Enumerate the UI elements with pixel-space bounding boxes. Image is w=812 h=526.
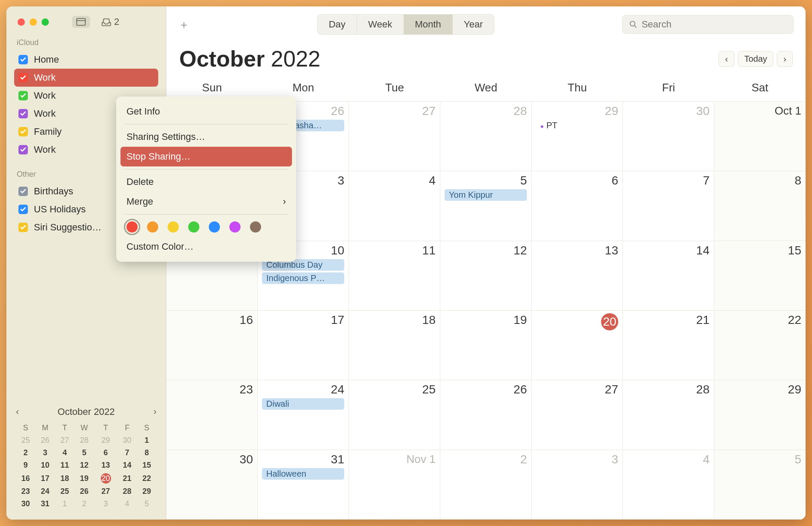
day-cell[interactable]: 7 <box>623 171 714 241</box>
day-cell[interactable]: 3 <box>532 450 623 520</box>
mini-day[interactable]: 5 <box>137 498 156 510</box>
search-field[interactable] <box>622 15 794 34</box>
day-cell[interactable]: 21 <box>623 311 714 380</box>
day-cell[interactable]: 19 <box>440 311 532 380</box>
mini-day[interactable]: 16 <box>16 472 36 485</box>
mini-day[interactable]: 23 <box>16 485 36 498</box>
mini-day[interactable]: 3 <box>94 498 117 510</box>
day-cell[interactable]: 17 <box>258 311 349 380</box>
day-cell[interactable]: 4 <box>623 450 714 520</box>
event-dot[interactable]: PT <box>536 120 618 131</box>
day-cell[interactable]: 30 <box>623 102 714 171</box>
mini-day[interactable]: 22 <box>137 472 156 485</box>
mini-day[interactable]: 31 <box>36 498 55 510</box>
day-cell[interactable]: Nov 1 <box>349 450 440 520</box>
day-cell[interactable]: 5 <box>714 450 806 520</box>
calendar-checkbox[interactable] <box>18 109 28 118</box>
mini-day[interactable]: 2 <box>75 498 94 510</box>
mini-next-button[interactable]: › <box>153 406 156 417</box>
day-cell[interactable]: 20 <box>532 311 623 380</box>
day-cell[interactable]: 22 <box>714 311 806 380</box>
color-swatch[interactable] <box>168 221 179 233</box>
day-cell[interactable]: 15 <box>714 241 806 311</box>
day-cell[interactable]: 28 <box>440 102 532 171</box>
mini-day[interactable]: 28 <box>117 485 137 498</box>
mini-day[interactable]: 6 <box>94 447 117 459</box>
mini-day[interactable]: 26 <box>36 434 55 447</box>
mini-day[interactable]: 17 <box>36 472 55 485</box>
mini-day[interactable]: 8 <box>137 447 156 459</box>
mini-day[interactable]: 30 <box>117 434 137 447</box>
day-cell[interactable]: 13 <box>532 241 623 311</box>
calendar-checkbox[interactable] <box>18 91 28 100</box>
calendar-checkbox[interactable] <box>18 205 28 214</box>
view-month[interactable]: Month <box>404 15 453 34</box>
calendar-checkbox[interactable] <box>18 187 28 196</box>
event-pill[interactable]: Indigenous P… <box>262 272 344 284</box>
mini-day[interactable]: 20 <box>94 472 117 485</box>
day-cell[interactable]: 8 <box>714 171 806 241</box>
calendar-item[interactable]: Home <box>14 51 158 69</box>
color-swatch[interactable] <box>188 221 199 233</box>
day-cell[interactable]: 23 <box>166 380 258 450</box>
day-cell[interactable]: 25 <box>349 380 440 450</box>
mini-day[interactable]: 29 <box>137 485 156 498</box>
mini-day[interactable]: 25 <box>55 485 75 498</box>
mini-day[interactable]: 25 <box>16 434 36 447</box>
mini-day[interactable]: 15 <box>137 459 156 472</box>
mini-day[interactable]: 1 <box>55 498 75 510</box>
color-swatch[interactable] <box>229 221 241 233</box>
view-week[interactable]: Week <box>357 15 404 34</box>
calendar-checkbox[interactable] <box>18 127 28 136</box>
ctx-sharing-settings[interactable]: Sharing Settings… <box>120 127 292 147</box>
color-swatch[interactable] <box>250 221 261 233</box>
color-swatch[interactable] <box>126 221 138 233</box>
ctx-get-info[interactable]: Get Info <box>120 102 292 121</box>
view-year[interactable]: Year <box>453 15 494 34</box>
mini-prev-button[interactable]: ‹ <box>16 406 19 417</box>
day-cell[interactable]: 24Diwali <box>258 380 349 450</box>
mini-day[interactable]: 9 <box>16 459 36 472</box>
day-cell[interactable]: 12 <box>440 241 532 311</box>
minimize-button[interactable] <box>30 18 37 26</box>
event-pill[interactable]: Yom Kippur <box>445 189 527 201</box>
day-cell[interactable]: 28 <box>623 380 714 450</box>
mini-day[interactable]: 21 <box>117 472 137 485</box>
day-cell[interactable]: 26 <box>440 380 532 450</box>
calendar-checkbox[interactable] <box>18 73 28 82</box>
inbox-button[interactable]: 2 <box>101 16 119 27</box>
color-swatch[interactable] <box>147 221 158 233</box>
event-pill[interactable]: Diwali <box>262 398 344 410</box>
mini-day[interactable]: 26 <box>75 485 94 498</box>
mini-day[interactable]: 4 <box>117 498 137 510</box>
mini-day[interactable]: 11 <box>55 459 75 472</box>
day-cell[interactable]: 29 <box>714 380 806 450</box>
fullscreen-button[interactable] <box>42 18 49 26</box>
day-cell[interactable]: 18 <box>349 311 440 380</box>
mini-day[interactable]: 1 <box>137 434 156 447</box>
day-cell[interactable]: 27 <box>349 102 440 171</box>
day-cell[interactable]: 16 <box>166 311 258 380</box>
mini-day[interactable]: 27 <box>94 485 117 498</box>
calendar-item[interactable]: Work <box>14 69 158 87</box>
day-cell[interactable]: 6 <box>532 171 623 241</box>
mini-day[interactable]: 4 <box>55 447 75 459</box>
mini-grid[interactable]: SMTWTFS252627282930123456789101112131415… <box>16 422 156 510</box>
mini-day[interactable]: 5 <box>75 447 94 459</box>
day-cell[interactable]: 27 <box>532 380 623 450</box>
day-cell[interactable]: 5Yom Kippur <box>440 171 532 241</box>
calendar-checkbox[interactable] <box>18 55 28 64</box>
mini-day[interactable]: 29 <box>94 434 117 447</box>
calendar-checkbox[interactable] <box>18 223 28 232</box>
ctx-delete[interactable]: Delete <box>120 172 292 192</box>
mini-day[interactable]: 3 <box>36 447 55 459</box>
calendar-checkbox[interactable] <box>18 145 28 154</box>
mini-day[interactable]: 14 <box>117 459 137 472</box>
day-cell[interactable]: 14 <box>623 241 714 311</box>
next-month-button[interactable]: › <box>777 51 793 67</box>
view-day[interactable]: Day <box>318 15 357 34</box>
mini-day[interactable]: 13 <box>94 459 117 472</box>
mini-day[interactable]: 19 <box>75 472 94 485</box>
prev-month-button[interactable]: ‹ <box>719 51 734 67</box>
today-button[interactable]: Today <box>738 51 773 67</box>
